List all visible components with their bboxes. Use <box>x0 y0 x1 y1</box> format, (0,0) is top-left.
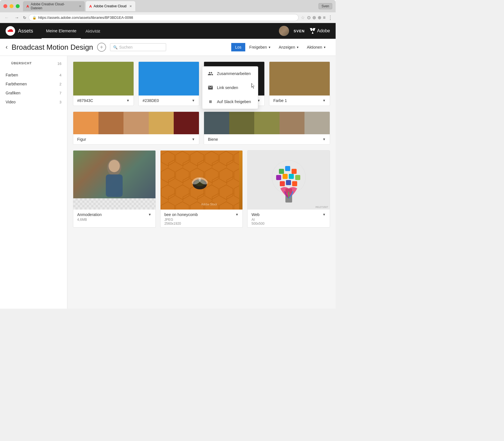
image-card-anmoderation: Anmoderation ▼ 4,6MB <box>73 150 156 228</box>
svg-rect-21 <box>295 175 300 180</box>
tab-1-close[interactable]: ✕ <box>79 4 81 8</box>
svg-point-3 <box>109 160 120 172</box>
biene-strip <box>204 112 330 134</box>
farbthemen-count: 2 <box>59 82 61 86</box>
user-name: SVEN <box>294 29 304 33</box>
back-nav-button[interactable]: ← <box>3 15 11 21</box>
color-swatch-1 <box>73 62 134 96</box>
page-title: Broadcast Motion Design <box>12 43 93 52</box>
close-button[interactable] <box>3 4 7 8</box>
slack-label: Auf Slack freigeben <box>217 99 251 104</box>
color-swatches-grid: #87943C ▼ #238DE0 ▼ Farbe 2 <box>73 62 330 106</box>
url-text: https://assets.adobe.com/assets/librarie… <box>38 15 133 20</box>
extension-icon-1[interactable]: ⊙ <box>307 15 311 20</box>
color-dropdown-1[interactable]: ▼ <box>126 99 130 103</box>
freigeben-button[interactable]: Freigeben ▼ <box>245 43 275 51</box>
minimize-button[interactable] <box>10 4 13 8</box>
color-name-2: #238DE0 <box>143 98 159 103</box>
figur-dropdown[interactable]: ▼ <box>192 137 195 141</box>
card-footer-2: #238DE0 ▼ <box>139 96 199 106</box>
people-icon <box>207 71 214 77</box>
figur-footer: Figur ▼ <box>73 134 199 144</box>
bee-meta2: 2560x1920 <box>164 222 239 226</box>
color-card-2: #238DE0 ▼ <box>138 62 199 106</box>
color-theme-biene: Biene ▼ <box>204 112 330 145</box>
maximize-button[interactable] <box>16 4 20 8</box>
search-bar: 🔍 Suchen <box>110 43 166 51</box>
tab-2[interactable]: A Adobe Creative Cloud ✕ <box>86 1 135 11</box>
anzeigen-button[interactable]: Anzeigen ▼ <box>275 43 303 51</box>
page-header: ‹ Broadcast Motion Design + 🔍 Suchen Los… <box>0 39 336 56</box>
bee-name: bee on honeycomb ▼ <box>164 212 239 217</box>
color-name-4: Farbe 1 <box>273 98 287 103</box>
nav-item-meine-elemente[interactable]: Meine Elemente <box>42 23 81 39</box>
tab-2-label: Adobe Creative Cloud <box>93 4 126 8</box>
farben-count: 4 <box>59 73 61 77</box>
extension-icon-4[interactable]: ≡ <box>323 15 326 20</box>
color-themes-grid: Figur ▼ Biene ▼ <box>73 112 330 145</box>
nav-item-aktivitat[interactable]: Aktivität <box>81 23 105 39</box>
content-area: ÜBERSICHT 16 Farben 4 Farbthemen 2 Grafi… <box>0 56 336 309</box>
url-bar[interactable]: 🔒 https://assets.adobe.com/assets/librar… <box>29 14 299 21</box>
los-button[interactable]: Los <box>231 43 246 51</box>
avatar[interactable] <box>279 26 289 36</box>
sidebar-item-video[interactable]: Video 3 <box>0 97 67 106</box>
address-bar: ← → ↻ 🔒 https://assets.adobe.com/assets/… <box>0 12 336 23</box>
tab-1[interactable]: A Adobe Creative Cloud-Dateien ✕ <box>23 1 85 11</box>
back-button[interactable]: ‹ <box>6 44 8 51</box>
figur-name: Figur <box>77 137 86 142</box>
bookmark-icon[interactable]: ☆ <box>301 15 305 20</box>
adobe-nav: Assets Meine Elemente Aktivität SVEN Ado… <box>0 23 336 39</box>
aktionen-button[interactable]: Aktionen ▼ <box>303 43 330 51</box>
svg-rect-17 <box>292 169 297 174</box>
card-footer-4: Farbe 1 ▼ <box>269 96 330 106</box>
assets-label: Assets <box>18 28 33 34</box>
card-footer-1: #87943C ▼ <box>73 96 134 106</box>
sidebar-total-count: 16 <box>58 62 61 67</box>
avatar-image <box>279 26 289 36</box>
aktionen-dropdown-arrow: ▼ <box>323 46 326 49</box>
image-card-bee: Adobe Stock bee on honeycomb ▼ JPEG 2560… <box>160 150 243 228</box>
zusammenarbeiten-label: Zusammenarbeiten <box>217 71 251 76</box>
video-count: 3 <box>59 100 61 104</box>
color-dropdown-4[interactable]: ▼ <box>322 99 326 103</box>
sidebar: ÜBERSICHT 16 Farben 4 Farbthemen 2 Grafi… <box>0 56 67 309</box>
forward-nav-button[interactable]: → <box>13 15 21 21</box>
extension-icon-2[interactable]: ⊛ <box>312 15 316 20</box>
tab-2-close[interactable]: ✕ <box>129 4 132 8</box>
sidebar-item-grafiken[interactable]: Grafiken 7 <box>0 88 67 97</box>
dropdown-item-slack[interactable]: Auf Slack freigeben <box>202 95 258 109</box>
anmoderation-dropdown[interactable]: ▼ <box>148 213 152 217</box>
svg-rect-23 <box>286 180 291 185</box>
bee-dropdown[interactable]: ▼ <box>235 213 239 217</box>
more-options-button[interactable]: ⋮ <box>328 15 333 21</box>
color-dropdown-2[interactable]: ▼ <box>192 99 195 103</box>
svg-rect-16 <box>285 166 290 171</box>
bee-image-area: Adobe Stock <box>161 151 243 210</box>
sidebar-item-farbthemen[interactable]: Farbthemen 2 <box>0 79 67 88</box>
add-item-button[interactable]: + <box>97 43 106 52</box>
hashtag-icon <box>207 99 214 105</box>
reload-button[interactable]: ↻ <box>23 15 26 20</box>
svg-rect-19 <box>283 174 288 179</box>
adobe-logo: Assets <box>6 26 33 36</box>
svg-rect-15 <box>279 169 284 174</box>
link-senden-label: Link senden <box>217 85 238 90</box>
color-swatch-4 <box>269 62 330 96</box>
extension-icon-3[interactable]: ⊕ <box>318 15 321 20</box>
freigeben-dropdown-arrow: ▼ <box>268 46 271 49</box>
color-name-1: #87943C <box>77 98 93 103</box>
web-image-area: #61271507 <box>248 151 330 210</box>
svg-text:Adobe Stock: Adobe Stock <box>201 203 217 206</box>
dropdown-item-link-senden[interactable]: Link senden <box>202 81 258 95</box>
color-card-4: Farbe 1 ▼ <box>269 62 330 106</box>
dropdown-item-zusammenarbeiten[interactable]: Zusammenarbeiten <box>202 67 258 81</box>
web-dropdown[interactable]: ▼ <box>322 213 326 217</box>
sidebar-item-farben[interactable]: Farben 4 <box>0 71 67 79</box>
image-card-web: #61271507 Web ▼ AI 500x500 <box>247 150 330 228</box>
tab-1-label: Adobe Creative Cloud-Dateien <box>31 2 76 10</box>
search-icon: 🔍 <box>113 45 118 49</box>
svg-rect-22 <box>280 181 285 186</box>
window-buttons <box>3 4 20 8</box>
biene-dropdown[interactable]: ▼ <box>322 137 326 141</box>
